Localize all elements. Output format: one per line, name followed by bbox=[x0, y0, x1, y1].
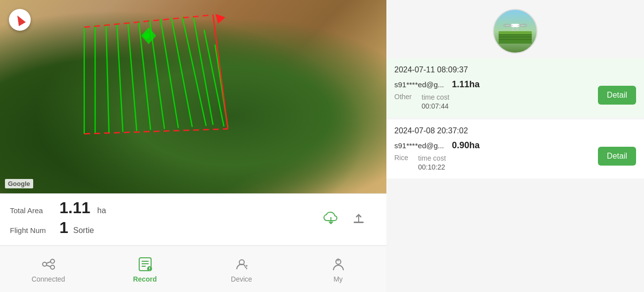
upload-icon bbox=[351, 211, 367, 227]
record-info-1: s91****ed@g... 0.90ha Rice time cost 00:… bbox=[394, 140, 593, 172]
svg-line-51 bbox=[513, 27, 514, 30]
record-date-1: 2024-07-08 20:37:02 bbox=[394, 126, 636, 135]
compass bbox=[9, 9, 31, 31]
record-meta-0: Other time cost 00:07:44 bbox=[394, 93, 593, 111]
record-item-0: 2024-07-11 08:09:37 s91****ed@g... 1.11h… bbox=[386, 58, 644, 117]
svg-line-52 bbox=[517, 27, 518, 30]
svg-line-4 bbox=[128, 22, 137, 131]
svg-line-9 bbox=[182, 17, 206, 126]
total-area-unit: ha bbox=[97, 206, 106, 215]
svg-point-36 bbox=[246, 265, 247, 266]
my-icon bbox=[329, 255, 347, 273]
my-label: My bbox=[333, 275, 343, 283]
svg-line-3 bbox=[117, 23, 123, 132]
record-body-0: s91****ed@g... 1.11ha Other time cost 00… bbox=[394, 79, 636, 111]
flight-num-sub: Sortie bbox=[73, 226, 94, 235]
connected-label: Connected bbox=[32, 275, 65, 283]
flight-num-row: Flight Num 1 Sortie bbox=[10, 219, 323, 237]
record-info-0: s91****ed@g... 1.11ha Other time cost 00… bbox=[394, 79, 593, 111]
svg-point-23 bbox=[51, 259, 54, 263]
record-item-1: 2024-07-08 20:37:02 s91****ed@g... 0.90h… bbox=[386, 119, 644, 178]
bottom-nav: Connected Record bbox=[0, 245, 386, 292]
svg-line-8 bbox=[171, 18, 192, 127]
svg-line-25 bbox=[47, 262, 51, 263]
record-body-1: s91****ed@g... 0.90ha Rice time cost 00:… bbox=[394, 140, 636, 172]
stats-bar: Total Area 1.11 ha Flight Num 1 Sortie bbox=[0, 193, 386, 245]
google-watermark: Google bbox=[5, 179, 33, 188]
record-time-0: time cost 00:07:44 bbox=[422, 93, 449, 111]
cloud-download-button[interactable] bbox=[323, 211, 339, 229]
flight-num-value: 1 bbox=[59, 219, 68, 237]
record-type-1: Rice bbox=[394, 154, 408, 172]
svg-line-26 bbox=[47, 265, 51, 267]
compass-arrow bbox=[14, 13, 26, 26]
record-meta-1: Rice time cost 00:10:22 bbox=[394, 154, 593, 172]
record-area-1: 0.90ha bbox=[452, 140, 480, 151]
left-panel: Google Total Area 1.11 ha Flight Num 1 S… bbox=[0, 0, 386, 292]
svg-line-7 bbox=[161, 19, 178, 128]
record-time-1: time cost 00:10:22 bbox=[418, 154, 446, 172]
detail-button-1[interactable]: Detail bbox=[598, 147, 636, 166]
record-area-0: 1.11ha bbox=[452, 79, 480, 90]
record-time-value-0: 00:07:44 bbox=[422, 102, 449, 110]
detail-button-0[interactable]: Detail bbox=[598, 86, 636, 105]
total-area-label: Total Area bbox=[10, 206, 54, 215]
nav-item-device[interactable]: Device bbox=[193, 255, 290, 283]
drone-svg bbox=[498, 19, 533, 44]
drone-avatar bbox=[493, 9, 537, 54]
record-date-0: 2024-07-11 08:09:37 bbox=[394, 65, 636, 74]
svg-line-14 bbox=[84, 129, 228, 134]
nav-item-connected[interactable]: Connected bbox=[0, 255, 97, 283]
svg-point-38 bbox=[245, 266, 246, 268]
svg-line-10 bbox=[193, 16, 213, 125]
record-user-area-1: s91****ed@g... 0.90ha bbox=[394, 140, 593, 151]
svg-rect-20 bbox=[354, 222, 364, 223]
svg-line-2 bbox=[106, 24, 109, 133]
record-user-0: s91****ed@g... bbox=[394, 80, 444, 89]
stats-left: Total Area 1.11 ha Flight Num 1 Sortie bbox=[10, 200, 323, 240]
record-time-label-1: time cost bbox=[418, 154, 446, 162]
record-type-0: Other bbox=[394, 93, 412, 111]
nav-item-my[interactable]: My bbox=[290, 255, 386, 283]
total-area-row: Total Area 1.11 ha bbox=[10, 200, 323, 216]
svg-rect-42 bbox=[499, 31, 532, 35]
svg-marker-40 bbox=[336, 257, 340, 261]
svg-point-22 bbox=[43, 262, 47, 266]
svg-point-24 bbox=[51, 265, 54, 269]
record-time-label-0: time cost bbox=[422, 93, 449, 101]
flight-path-svg bbox=[0, 0, 386, 193]
record-time-value-1: 00:10:22 bbox=[418, 163, 445, 171]
record-label: Record bbox=[133, 275, 157, 283]
svg-marker-16 bbox=[215, 14, 225, 24]
total-area-value: 1.11 bbox=[59, 200, 90, 216]
device-label: Device bbox=[231, 275, 252, 283]
map-container: Google bbox=[0, 0, 386, 193]
svg-marker-18 bbox=[141, 27, 156, 44]
drone-avatar-container bbox=[386, 0, 644, 58]
connected-icon bbox=[40, 255, 57, 273]
cloud-download-icon bbox=[323, 211, 339, 227]
right-panel: 2024-07-11 08:09:37 s91****ed@g... 1.11h… bbox=[386, 0, 644, 292]
device-icon bbox=[233, 255, 251, 273]
upload-button[interactable] bbox=[351, 211, 367, 229]
flight-num-label: Flight Num bbox=[10, 226, 54, 234]
svg-point-37 bbox=[244, 265, 245, 266]
record-icon bbox=[136, 255, 154, 273]
stats-icons bbox=[323, 211, 376, 229]
record-user-area-0: s91****ed@g... 1.11ha bbox=[394, 79, 593, 90]
nav-item-record[interactable]: Record bbox=[97, 255, 193, 283]
record-user-1: s91****ed@g... bbox=[394, 141, 444, 150]
